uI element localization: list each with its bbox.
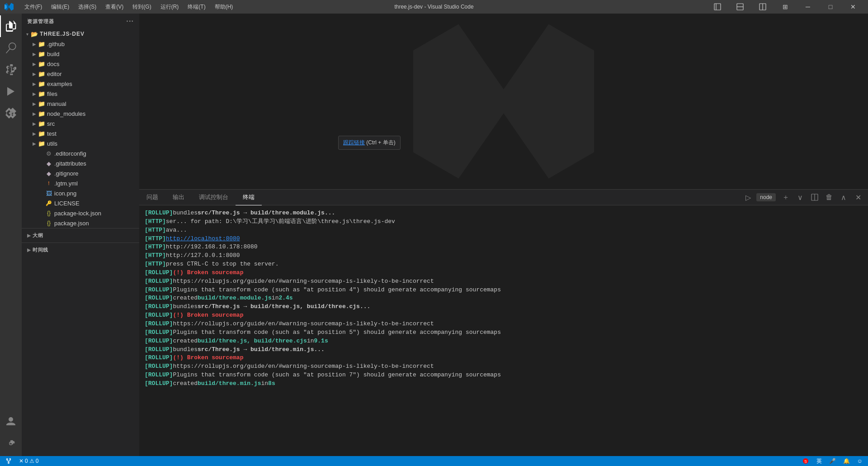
new-terminal-run-btn[interactable]: ▷ <box>742 191 755 204</box>
tooltip-link[interactable]: 跟踪链接 <box>343 139 365 146</box>
icon-png-icon: 🖼 <box>45 190 52 197</box>
menu-help[interactable]: 帮助(H) <box>211 2 237 12</box>
tree-file-gitignore[interactable]: ▶ ◆ .gitignore <box>22 168 139 178</box>
folder-test-arrow: ▶ <box>31 131 38 136</box>
file-editorconfig-label: .editorconfig <box>54 150 86 157</box>
split-terminal-btn[interactable] <box>808 191 821 204</box>
outline-arrow: ▶ <box>25 233 33 238</box>
menu-run[interactable]: 运行(R) <box>157 2 183 12</box>
folder-docs-label: docs <box>47 61 59 67</box>
tree-folder-docs[interactable]: ▶ 📁 docs <box>22 59 139 69</box>
menu-select[interactable]: 选择(S) <box>75 2 100 12</box>
statusbar-bell[interactable]: 🔔 <box>841 456 852 466</box>
activity-extensions[interactable] <box>0 102 22 124</box>
terminal-line: [ROLLUP] Plugins that transform code (su… <box>145 371 863 380</box>
tree-folder-files[interactable]: ▶ 📁 files <box>22 89 139 99</box>
folder-docs-arrow: ▶ <box>31 62 38 67</box>
panel-maximize-btn[interactable]: ∧ <box>837 191 850 204</box>
tree-file-lgtm[interactable]: ▶ ! .lgtm.yml <box>22 178 139 188</box>
tab-terminal[interactable]: 终端 <box>236 190 262 205</box>
tree-file-gitattributes[interactable]: ▶ ◆ .gitattributes <box>22 158 139 168</box>
tree-folder-manual[interactable]: ▶ 📁 manual <box>22 99 139 109</box>
folder-editor-icon: 📁 <box>38 70 45 77</box>
folder-node-arrow: ▶ <box>31 111 38 116</box>
sidebar-outline-section: ▶ 大纲 <box>22 228 139 243</box>
tab-problems[interactable]: 问题 <box>139 190 165 205</box>
tooltip-popup: 跟踪链接 (Ctrl + 单击) <box>338 136 401 150</box>
tree-folder-editor[interactable]: ▶ 📁 editor <box>22 69 139 79</box>
titlebar-controls: ⊞ ─ □ ✕ <box>707 0 863 14</box>
package-json-icon: {} <box>45 219 52 227</box>
terminal-line: [ROLLUP] created build/three.min.js in 8… <box>145 380 863 388</box>
kill-terminal-btn[interactable]: 🗑 <box>823 191 835 204</box>
terminal-line: [HTTP] ser... for path: D:\学习\工具学习\前端语言\… <box>145 218 863 226</box>
tree-file-icon-png[interactable]: ▶ 🖼 icon.png <box>22 188 139 198</box>
statusbar: ✕ 0 ⚠ 0 S 英 🎤 🔔 ☺ <box>0 456 868 466</box>
menu-file[interactable]: 文件(F) <box>21 2 46 12</box>
menu-terminal[interactable]: 终端(T) <box>184 2 209 12</box>
tree-folder-node-modules[interactable]: ▶ 📁 node_modules <box>22 109 139 119</box>
package-lock-icon: {} <box>45 209 52 217</box>
file-lgtm-label: .lgtm.yml <box>54 180 78 187</box>
activity-run[interactable] <box>0 81 22 102</box>
activity-explorer[interactable] <box>0 15 22 37</box>
statusbar-branch[interactable] <box>4 456 14 466</box>
tree-root[interactable]: ▾ 📂 THREE.JS-DEV <box>22 29 139 39</box>
statusbar-input-method[interactable]: S <box>800 456 811 466</box>
tab-output[interactable]: 输出 <box>165 190 192 205</box>
layout-editor-btn[interactable] <box>730 0 750 14</box>
outline-header[interactable]: ▶ 大纲 <box>22 230 139 241</box>
layout-sidebar-btn[interactable] <box>707 0 728 14</box>
menu-goto[interactable]: 转到(G) <box>129 2 155 12</box>
menu-edit[interactable]: 编辑(E) <box>47 2 73 12</box>
node-badge[interactable]: node <box>756 193 776 201</box>
warning-count: 0 <box>36 458 39 464</box>
tree-folder-src[interactable]: ▶ 📁 src <box>22 119 139 128</box>
terminal-line: [HTTP] http://127.0.0.1:8080 <box>145 252 863 260</box>
layout-custom-btn[interactable]: ⊞ <box>775 0 796 14</box>
terminal-output[interactable]: [ROLLUP] bundles src/Three.js → build/th… <box>139 205 868 456</box>
menu-view[interactable]: 查看(V) <box>102 2 127 12</box>
tooltip-hint: (Ctrl + 单击) <box>366 139 395 146</box>
maximize-btn[interactable]: □ <box>820 0 841 14</box>
panel-close-btn[interactable]: ✕ <box>852 191 864 204</box>
folder-utils-icon: 📁 <box>38 140 45 147</box>
add-terminal-btn[interactable]: ＋ <box>779 191 792 204</box>
tree-file-editorconfig[interactable]: ▶ ⚙ .editorconfig <box>22 148 139 158</box>
statusbar-errors[interactable]: ✕ 0 ⚠ 0 <box>17 456 40 466</box>
minimize-btn[interactable]: ─ <box>797 0 818 14</box>
close-btn[interactable]: ✕ <box>843 0 863 14</box>
terminal-line: [ROLLUP] https://rollupjs.org/guide/en/#… <box>145 277 863 286</box>
terminal-dropdown-btn[interactable]: ∨ <box>794 191 807 204</box>
tree-folder-utils[interactable]: ▶ 📁 utils <box>22 138 139 148</box>
terminal-line: [ROLLUP] Plugins that transform code (su… <box>145 286 863 295</box>
activity-source-control[interactable] <box>0 59 22 81</box>
layout-split-btn[interactable] <box>752 0 773 14</box>
sidebar-timeline-section: ▶ 时间线 <box>22 243 139 257</box>
activity-search[interactable] <box>0 37 22 59</box>
folder-files-label: files <box>47 90 57 97</box>
folder-github-arrow: ▶ <box>31 42 38 47</box>
folder-files-icon: 📁 <box>38 90 45 97</box>
timeline-header[interactable]: ▶ 时间线 <box>22 245 139 255</box>
tree-folder-test[interactable]: ▶ 📁 test <box>22 128 139 138</box>
statusbar-feedback[interactable]: ☺ <box>855 456 864 466</box>
activity-settings[interactable] <box>0 433 22 454</box>
terminal-line: [ROLLUP] https://rollupjs.org/guide/en/#… <box>145 320 863 328</box>
statusbar-lang-en[interactable]: 英 <box>815 456 824 466</box>
tab-debug-console[interactable]: 调试控制台 <box>192 190 236 205</box>
terminal-line: [ROLLUP] bundles src/Three.js → build/th… <box>145 346 863 354</box>
tree-folder-github[interactable]: ▶ 📁 .github <box>22 39 139 49</box>
tree-folder-examples[interactable]: ▶ 📁 examples <box>22 79 139 89</box>
gitattributes-icon: ◆ <box>45 160 52 167</box>
file-gitignore-label: .gitignore <box>54 170 78 177</box>
tree-file-package-lock[interactable]: ▶ {} package-lock.json <box>22 208 139 218</box>
activity-account[interactable] <box>0 411 22 433</box>
file-license-label: LICENSE <box>54 200 80 207</box>
folder-src-arrow: ▶ <box>31 121 38 126</box>
tree-file-license[interactable]: ▶ 🔑 LICENSE <box>22 198 139 208</box>
tree-file-package-json[interactable]: ▶ {} package.json <box>22 218 139 228</box>
tree-folder-build[interactable]: ▶ 📁 build <box>22 49 139 59</box>
statusbar-microphone[interactable]: 🎤 <box>827 456 838 466</box>
sidebar-more-btn[interactable]: ··· <box>126 17 134 25</box>
